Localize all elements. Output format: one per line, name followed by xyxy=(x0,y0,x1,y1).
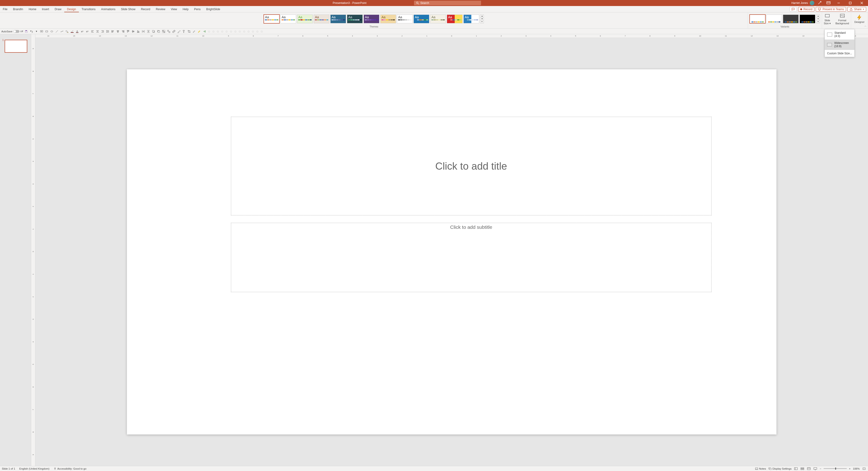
format-background-button[interactable]: FormatBackground xyxy=(834,12,851,25)
tab-view[interactable]: View xyxy=(168,6,180,12)
align-right-icon[interactable] xyxy=(101,30,104,33)
pen-icon[interactable] xyxy=(192,30,196,33)
tab-draw[interactable]: Draw xyxy=(52,6,64,12)
record-button[interactable]: Record xyxy=(798,7,815,11)
zoom-percent[interactable]: 106% xyxy=(853,467,860,470)
collapse-ribbon-button[interactable]: ︿ xyxy=(864,24,867,28)
slideshow-view-button[interactable] xyxy=(813,467,817,470)
tab-insert[interactable]: Insert xyxy=(39,6,52,12)
chevron-down-icon[interactable]: ▼ xyxy=(480,18,484,20)
slide-size-standard-option[interactable]: Standard (4:3) xyxy=(825,29,855,39)
shape-outline-icon[interactable] xyxy=(70,30,74,33)
chevron-down-icon[interactable]: ▼ xyxy=(816,18,820,20)
close-button[interactable] xyxy=(857,0,867,6)
shape-fill-icon[interactable] xyxy=(65,30,69,33)
notes-button[interactable]: Notes xyxy=(755,467,766,470)
crop-icon[interactable] xyxy=(187,30,191,33)
tab-home[interactable]: Home xyxy=(26,6,39,12)
qat-star-icon[interactable]: ☆ xyxy=(251,30,254,33)
slide-size-button[interactable]: SlideSize ▾ xyxy=(822,12,833,25)
slide-thumbnail[interactable] xyxy=(5,40,27,53)
variants-gallery-scroll[interactable]: ▲▼▾ xyxy=(816,14,820,23)
animation-pane-icon[interactable] xyxy=(203,30,206,33)
variant-thumbnail[interactable] xyxy=(800,14,815,23)
slide-size-widescreen-option[interactable]: Widescreen (16:9) xyxy=(825,39,855,50)
fit-to-window-button[interactable] xyxy=(862,467,866,470)
zoom-in-button[interactable]: + xyxy=(849,467,851,470)
eyedropper-icon[interactable] xyxy=(177,30,181,33)
tab-record[interactable]: Record xyxy=(138,6,153,12)
qat-star-icon[interactable]: ☆ xyxy=(260,30,263,33)
superscript-icon[interactable]: x2 xyxy=(86,30,89,33)
variant-thumbnail[interactable] xyxy=(766,14,782,23)
group-icon[interactable] xyxy=(162,30,165,33)
bring-forward-icon[interactable] xyxy=(152,30,155,33)
redo-dropdown-icon[interactable]: ▾ xyxy=(35,30,38,33)
theme-thumbnail[interactable]: Aa xyxy=(264,14,279,23)
expand-gallery-icon[interactable]: ▾ xyxy=(480,20,484,23)
comments-button[interactable] xyxy=(789,7,797,11)
theme-thumbnail[interactable]: Aa xyxy=(447,14,463,23)
language-status[interactable]: English (United Kingdom) xyxy=(20,467,50,470)
tab-file[interactable]: File xyxy=(0,6,10,12)
tab-brightslide[interactable]: BrightSlide xyxy=(204,6,223,12)
link-icon[interactable] xyxy=(172,30,176,33)
tab-animations[interactable]: Animations xyxy=(98,6,118,12)
normal-view-button[interactable] xyxy=(794,467,798,470)
qat-star-icon[interactable]: ☆ xyxy=(238,30,241,33)
variant-thumbnail[interactable] xyxy=(750,14,765,23)
tab-help[interactable]: Help xyxy=(180,6,191,12)
send-backward-icon[interactable] xyxy=(157,30,160,33)
theme-thumbnail[interactable]: Aa xyxy=(280,14,296,23)
theme-thumbnail[interactable]: Aa xyxy=(413,14,429,23)
ribbon-mode-icon[interactable] xyxy=(825,1,832,5)
qat-star-icon[interactable]: ☆ xyxy=(229,30,232,33)
theme-thumbnail[interactable]: Aa xyxy=(297,14,313,23)
theme-thumbnail[interactable]: Aa xyxy=(380,14,396,23)
line-shape-icon[interactable] xyxy=(55,30,59,33)
undo-icon[interactable] xyxy=(30,30,33,33)
rectangle-shape-icon[interactable] xyxy=(45,30,49,33)
format-painter-icon[interactable] xyxy=(182,30,186,33)
save-icon[interactable] xyxy=(25,30,28,33)
avatar[interactable] xyxy=(810,1,814,5)
align-objects-right-icon[interactable] xyxy=(121,30,125,33)
distribute-h-icon[interactable] xyxy=(142,30,145,33)
expand-gallery-icon[interactable]: ▾ xyxy=(816,20,820,23)
qat-star-icon[interactable]: ☆ xyxy=(247,30,250,33)
tab-brandin[interactable]: BrandIn xyxy=(10,6,26,12)
reading-view-button[interactable] xyxy=(807,467,811,470)
ungroup-icon[interactable] xyxy=(167,30,170,33)
connector-shape-icon[interactable] xyxy=(60,30,64,33)
qat-star-icon[interactable]: ☆ xyxy=(225,30,228,33)
align-objects-left-icon[interactable] xyxy=(111,30,115,33)
minimize-button[interactable] xyxy=(834,0,843,6)
chevron-up-icon[interactable]: ▲ xyxy=(816,15,820,18)
qat-star-icon[interactable]: ☆ xyxy=(212,30,215,33)
themes-gallery-scroll[interactable]: ▲▼▾ xyxy=(480,14,484,23)
align-objects-middle-icon[interactable] xyxy=(131,30,135,33)
theme-thumbnail[interactable]: Aa xyxy=(430,14,446,23)
theme-thumbnail[interactable]: Aa xyxy=(347,14,363,23)
qat-star-icon[interactable]: ☆ xyxy=(256,30,259,33)
autosave-toggle[interactable]: AutoSave Off xyxy=(1,30,23,33)
subscript-icon[interactable]: x2 xyxy=(81,30,84,33)
theme-thumbnail[interactable]: Aa xyxy=(330,14,346,23)
slide-position[interactable]: Slide 1 of 1 xyxy=(2,467,15,470)
font-color-icon[interactable] xyxy=(75,30,79,33)
present-in-teams-button[interactable]: Present in Teams xyxy=(816,7,846,11)
maximize-button[interactable] xyxy=(845,0,855,6)
align-center-icon[interactable] xyxy=(96,30,99,33)
theme-thumbnail[interactable]: Aa xyxy=(364,14,379,23)
slide-canvas[interactable]: Click to add title Click to add subtitle xyxy=(127,69,776,435)
display-settings-button[interactable]: Display Settings xyxy=(768,467,792,470)
tab-design[interactable]: Design xyxy=(64,6,79,12)
qat-star-icon[interactable]: ☆ xyxy=(221,30,224,33)
slide-sorter-view-button[interactable] xyxy=(800,467,804,470)
from-beginning-icon[interactable] xyxy=(40,30,43,33)
search-box[interactable]: Search xyxy=(414,1,481,5)
tab-slide-show[interactable]: Slide Show xyxy=(118,6,138,12)
thumbnail-panel[interactable]: 1 xyxy=(0,34,31,466)
tab-pens[interactable]: Pens xyxy=(191,6,204,12)
distribute-v-icon[interactable] xyxy=(147,30,150,33)
